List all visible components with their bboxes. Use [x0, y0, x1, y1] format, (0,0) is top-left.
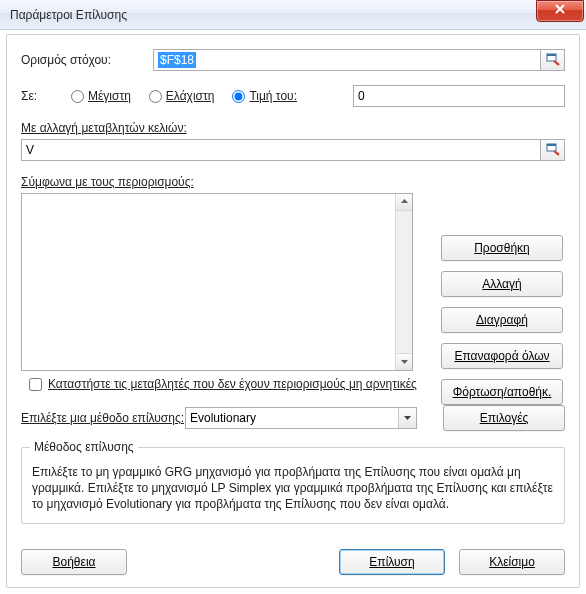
title-bar: Παράμετροι Επίλυσης: [0, 0, 586, 30]
objective-input[interactable]: $F$18: [153, 49, 541, 71]
help-button[interactable]: Βοήθεια: [21, 549, 127, 575]
chevron-up-icon: [400, 195, 409, 209]
svg-rect-1: [547, 54, 556, 56]
changing-label: Με αλλαγή μεταβλητών κελιών:: [21, 121, 187, 135]
changing-row: [21, 139, 565, 161]
reset-all-button[interactable]: Επαναφορά όλων: [441, 343, 563, 369]
changing-ref-button[interactable]: [541, 139, 565, 161]
svg-rect-4: [547, 144, 556, 146]
radio-max[interactable]: Μέγιστη: [71, 89, 131, 103]
method-select-wrap: Evolutionary: [185, 407, 417, 429]
method-description-legend: Μέθοδος επίλυσης: [30, 440, 138, 454]
close-icon: [554, 3, 566, 18]
objective-label: Ορισμός στόχου:: [21, 53, 153, 67]
non-negative-checkbox[interactable]: [29, 378, 42, 391]
constraints-listbox[interactable]: [21, 193, 413, 371]
method-label: Επιλέξτε μια μέθοδο επίλυσης:: [21, 411, 185, 425]
delete-button[interactable]: Διαγραφή: [441, 307, 563, 333]
scroll-down-button[interactable]: [396, 353, 412, 370]
reference-selector-icon: [546, 142, 560, 159]
constraint-buttons: Προσθήκη Αλλαγή Διαγραφή Επαναφορά όλων …: [441, 235, 563, 405]
method-description-text: Επιλέξτε το μη γραμμικό GRG μηχανισμό γι…: [32, 464, 554, 513]
radio-valueof-input[interactable]: [232, 90, 245, 103]
load-save-button[interactable]: Φόρτωση/αποθήκ.: [441, 379, 563, 405]
solve-button[interactable]: Επίλυση: [339, 549, 445, 575]
constraints-label: Σύμφωνα με τους περιορισμούς:: [21, 175, 194, 189]
reference-selector-icon: [546, 52, 560, 69]
scroll-up-button[interactable]: [396, 194, 412, 211]
method-description-group: Μέθοδος επίλυσης Επιλέξτε το μη γραμμικό…: [21, 447, 565, 524]
radio-valueof[interactable]: Τιμή του:: [232, 89, 297, 103]
objective-ref-button[interactable]: [541, 49, 565, 71]
radio-min-label: Ελάχιστη: [166, 89, 215, 103]
valueof-input[interactable]: [353, 85, 565, 107]
method-select[interactable]: Evolutionary: [185, 407, 417, 429]
radio-min-input[interactable]: [149, 90, 162, 103]
radio-max-input[interactable]: [71, 90, 84, 103]
radio-min[interactable]: Ελάχιστη: [149, 89, 215, 103]
radio-max-label: Μέγιστη: [88, 89, 131, 103]
window-title: Παράμετροι Επίλυσης: [10, 8, 127, 22]
chevron-down-icon: [400, 355, 409, 369]
to-row: Σε: Μέγιστη Ελάχιστη Τιμή του:: [21, 85, 565, 107]
close-button[interactable]: [536, 0, 584, 22]
add-button[interactable]: Προσθήκη: [441, 235, 563, 261]
non-negative-label: Καταστήστε τις μεταβλητές που δεν έχουν …: [48, 377, 417, 391]
to-label: Σε:: [21, 89, 71, 103]
objective-row: Ορισμός στόχου: $F$18: [21, 49, 565, 71]
change-button[interactable]: Αλλαγή: [441, 271, 563, 297]
method-row: Επιλέξτε μια μέθοδο επίλυσης: Evolutiona…: [21, 405, 565, 431]
changing-input[interactable]: [21, 139, 541, 161]
dialog-panel: Ορισμός στόχου: $F$18 Σε: Μέγιστη Ελάχ: [6, 34, 580, 588]
scrollbar[interactable]: [395, 194, 412, 370]
bottom-buttons: Βοήθεια Επίλυση Κλείσιμο: [21, 549, 565, 575]
radio-valueof-label: Τιμή του:: [249, 89, 297, 103]
close-dialog-button[interactable]: Κλείσιμο: [459, 549, 565, 575]
options-button[interactable]: Επιλογές: [443, 405, 565, 431]
objective-input-value: $F$18: [158, 52, 196, 68]
